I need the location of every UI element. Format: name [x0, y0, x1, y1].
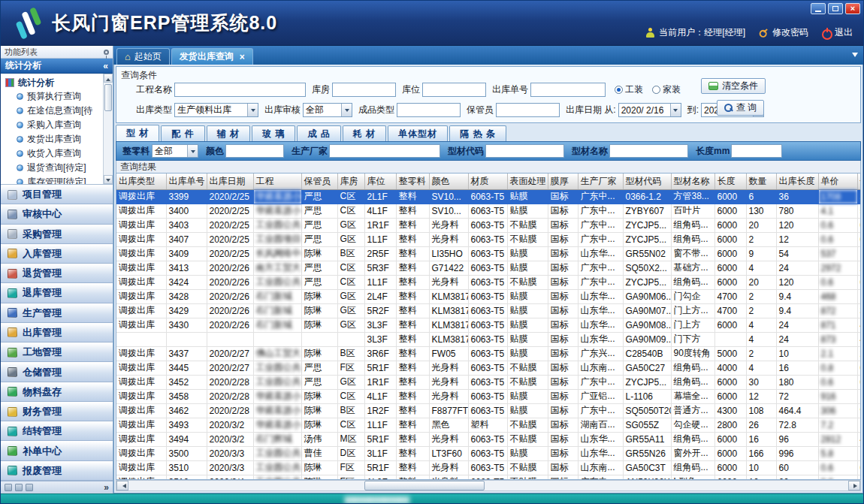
- clear-conditions-button[interactable]: 清空条件: [701, 78, 766, 94]
- material-tab-4[interactable]: 成 品: [297, 125, 340, 141]
- tab-start-page[interactable]: ⌂起始页: [116, 48, 170, 65]
- column-header-2[interactable]: 出库日期: [207, 174, 253, 189]
- material-tab-7[interactable]: 隔 热 条: [449, 125, 506, 141]
- sidebar-item-inbound[interactable]: 入库管理: [1, 244, 113, 264]
- sidebar-item-production[interactable]: 生产管理: [1, 303, 113, 323]
- column-header-12[interactable]: 生产厂家: [578, 174, 623, 189]
- column-header-0[interactable]: 出库类型: [116, 174, 166, 189]
- table-row[interactable]: 调拨出库34372020/2/27佛山工贸大厦陈琳B区3R6F整料FW05606…: [116, 346, 861, 361]
- table-row[interactable]: 调拨出库33992020/2/25华庭嘉源小区严思C区2L1F整料SV10...…: [116, 189, 861, 204]
- pin-icon[interactable]: [104, 50, 109, 55]
- column-header-3[interactable]: 工程: [253, 174, 301, 189]
- out-type-select[interactable]: 生产领料出库: [174, 103, 258, 117]
- table-row[interactable]: 调拨出库34932020/3/2华庭嘉源小区陈琳C区1L1F整料黑色塑料不贴膜国…: [116, 418, 861, 432]
- chevron-down-icon[interactable]: [341, 104, 352, 116]
- table-row[interactable]: 调拨出库34132020/2/26南方工贸大厦严思C区5R3F整料G714226…: [116, 261, 861, 275]
- table-row[interactable]: 调拨出库34582020/2/28华庭嘉源小区陈琳C区4L1F整料光身料6063…: [116, 389, 861, 403]
- sidebar-item-audit[interactable]: 审核中心: [1, 204, 113, 224]
- material-tab-6[interactable]: 单体型材: [388, 125, 448, 141]
- column-header-5[interactable]: 库房: [337, 174, 364, 189]
- scroll-left-icon[interactable]: [116, 481, 128, 490]
- table-row[interactable]: 调拨出库34282020/2/26石门新城陈琳G区2L4F整料KLM381760…: [116, 289, 861, 303]
- material-tab-2[interactable]: 辅 材: [207, 125, 250, 141]
- sidebar-item-inventory[interactable]: 物料盘存: [1, 382, 113, 402]
- table-row[interactable]: 调拨出库35002020/3/3工业园公共工程曹佳D区3L1F整料LT3F606…: [116, 446, 861, 460]
- sidebar-item-return-store[interactable]: 退库管理: [1, 283, 113, 303]
- sidebar-item-supplement[interactable]: 补单中心: [1, 441, 113, 460]
- chevron-down-icon[interactable]: [670, 104, 681, 116]
- order-no-input[interactable]: [530, 83, 606, 97]
- color-input[interactable]: [225, 144, 284, 158]
- chevron-down-icon[interactable]: [247, 104, 258, 116]
- table-row[interactable]: 调拨出库34242020/2/26工业园公共工程严思C区1L1F整料光身料606…: [116, 275, 861, 289]
- sidebar-group-statistics[interactable]: 统计分析 «: [1, 59, 113, 74]
- maximize-button[interactable]: [828, 3, 843, 14]
- footer-icon-1[interactable]: [5, 484, 12, 491]
- column-header-4[interactable]: 保管员: [301, 174, 337, 189]
- column-header-1[interactable]: 出库单号: [166, 174, 207, 189]
- tree-item-3[interactable]: 发货出库查询: [5, 132, 102, 146]
- location-input[interactable]: [422, 83, 486, 97]
- manufacturer-input[interactable]: [329, 144, 440, 158]
- table-row[interactable]: 调拨出库35122020/3/4工业园公共工程陈琳F区1L2F整料光身料6063…: [116, 475, 861, 480]
- column-header-7[interactable]: 整零料: [396, 174, 429, 189]
- column-header-15[interactable]: 长度: [714, 174, 746, 189]
- tab-list-dropdown-icon[interactable]: [852, 53, 858, 60]
- tree-item-2[interactable]: 采购入库查询: [5, 118, 102, 132]
- horizontal-scrollbar[interactable]: [116, 480, 861, 491]
- sidebar-item-warehouse[interactable]: 仓储管理: [1, 362, 113, 382]
- sidebar-item-finance[interactable]: 财务管理: [1, 402, 113, 421]
- table-row[interactable]: 调拨出库34522020/2/28工业园公共工程严思G区1R1F整料光身料606…: [116, 375, 861, 389]
- collapse-icon[interactable]: «: [103, 61, 108, 71]
- column-header-17[interactable]: 出库长度: [776, 174, 818, 189]
- material-tab-1[interactable]: 配 件: [161, 125, 204, 141]
- footer-icon-3[interactable]: [26, 484, 33, 491]
- scroll-thumb[interactable]: [104, 84, 112, 111]
- tree-root-statistics[interactable]: 统计分析: [5, 76, 102, 89]
- sidebar-item-project[interactable]: 项目管理: [1, 185, 113, 204]
- logout-button[interactable]: 退出: [822, 26, 853, 39]
- radio-gongzhuang[interactable]: 工装: [615, 83, 643, 96]
- column-header-10[interactable]: 表面处理: [507, 174, 548, 189]
- scroll-right-icon[interactable]: [848, 481, 860, 490]
- tree-item-0[interactable]: 预算执行查询: [5, 89, 102, 104]
- date-from-picker[interactable]: 2020/ 2/16: [618, 103, 681, 117]
- tab-close-icon[interactable]: ×: [240, 53, 245, 62]
- table-row[interactable]: 调拨出库34092020/2/25长风网络中心陈琳B区2R5F整料LI35HO6…: [116, 246, 861, 261]
- table-row[interactable]: 调拨出库34942020/3/2石门辉城汤伟M区5R1F整料光身料6063-T5…: [116, 432, 861, 446]
- table-row[interactable]: 调拨出库34292020/2/26石门新城陈琳G区5R2F整料KLM381760…: [116, 303, 861, 318]
- column-header-16[interactable]: 数量: [746, 174, 776, 189]
- column-header-9[interactable]: 材质: [468, 174, 507, 189]
- tree-item-1[interactable]: 在途信息查询[待: [5, 104, 102, 118]
- table-row[interactable]: 调拨出库34452020/2/27工业园公共工程严思F区5R1F整料光身料606…: [116, 361, 861, 375]
- table-row[interactable]: 调拨出库34622020/2/28华庭嘉源小区陈琳B区1R2F整料F8877FT…: [116, 403, 861, 418]
- radio-jiazhuang[interactable]: 家装: [652, 83, 681, 96]
- column-header-14[interactable]: 型材名称: [671, 174, 714, 189]
- project-name-input[interactable]: [174, 83, 306, 97]
- profile-name-input[interactable]: [609, 144, 688, 158]
- table-row[interactable]: 调拨出库35102020/3/3工业园公共工程陈琳F区5R1F整料光身料6063…: [116, 460, 861, 475]
- sidebar-item-carryover[interactable]: 结转管理: [1, 421, 113, 441]
- column-header-6[interactable]: 库位: [364, 174, 396, 189]
- change-password-link[interactable]: 修改密码: [759, 26, 808, 39]
- expand-more-icon[interactable]: »: [104, 482, 109, 493]
- keeper-input[interactable]: [496, 103, 560, 117]
- tree-item-4[interactable]: 收货入库查询: [5, 146, 102, 161]
- column-header-11[interactable]: 膜厚: [548, 174, 578, 189]
- chevron-down-icon[interactable]: [187, 145, 198, 157]
- sidebar-item-scrap[interactable]: 报废管理: [1, 461, 113, 481]
- table-row[interactable]: 调拨出库34032020/2/25工业园公共工程严思G区1R1F整料光身料606…: [116, 218, 861, 232]
- profile-code-input[interactable]: [485, 144, 564, 158]
- sidebar-item-return-goods[interactable]: 退货管理: [1, 264, 113, 283]
- warehouse-input[interactable]: [332, 83, 396, 97]
- scroll-down-icon[interactable]: [104, 175, 113, 184]
- whole-part-select[interactable]: 全部: [152, 144, 198, 158]
- table-row[interactable]: 3L3F整料KLM38176063-T5贴膜国标山东华...GA90M09...…: [116, 332, 861, 346]
- tab-shipment-outbound-query[interactable]: 发货出库查询×: [171, 48, 253, 65]
- table-row[interactable]: 调拨出库34072020/2/25工业园项目严思G区1L1F整料光身料6063-…: [116, 232, 861, 246]
- search-button[interactable]: 查 询: [717, 100, 764, 116]
- column-header-18[interactable]: 单价: [818, 174, 857, 189]
- material-tab-3[interactable]: 玻 璃: [252, 125, 295, 141]
- close-button[interactable]: ×: [845, 3, 860, 14]
- footer-icon-2[interactable]: [15, 484, 23, 491]
